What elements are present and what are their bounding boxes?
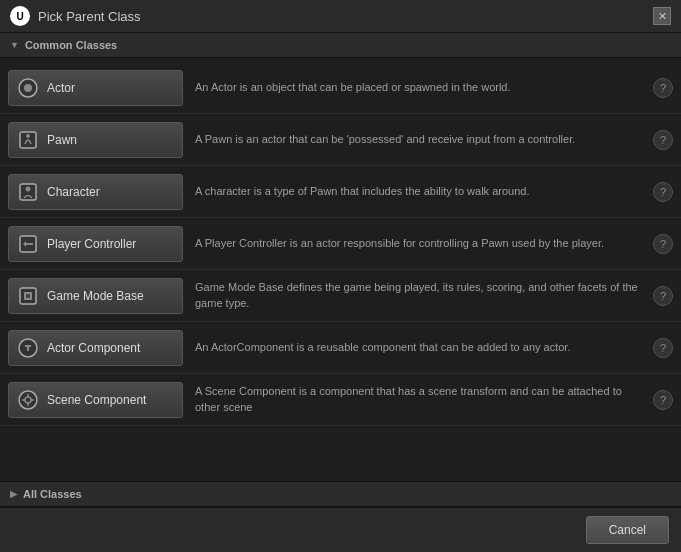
- dialog-title: Pick Parent Class: [38, 9, 141, 24]
- class-label-pawn: Pawn: [47, 133, 77, 147]
- class-button-game-mode-base[interactable]: Game Mode Base: [8, 278, 183, 314]
- class-label-player-controller: Player Controller: [47, 237, 136, 251]
- common-classes-label: Common Classes: [25, 39, 117, 51]
- class-button-actor[interactable]: Actor: [8, 70, 183, 106]
- class-button-scene-component[interactable]: Scene Component: [8, 382, 183, 418]
- help-icon-actor-component[interactable]: ?: [653, 338, 673, 358]
- class-label-character: Character: [47, 185, 100, 199]
- class-description-actor-component: An ActorComponent is a reusable componen…: [183, 340, 653, 355]
- class-label-actor-component: Actor Component: [47, 341, 140, 355]
- cancel-button[interactable]: Cancel: [586, 516, 669, 544]
- class-description-character: A character is a type of Pawn that inclu…: [183, 184, 653, 199]
- class-description-scene-component: A Scene Component is a component that ha…: [183, 384, 653, 415]
- class-description-player-controller: A Player Controller is an actor responsi…: [183, 236, 653, 251]
- help-icon-actor[interactable]: ?: [653, 78, 673, 98]
- class-description-pawn: A Pawn is an actor that can be 'possesse…: [183, 132, 653, 147]
- svg-point-5: [26, 186, 31, 191]
- class-button-actor-component[interactable]: Actor Component: [8, 330, 183, 366]
- class-row-scene-component: Scene Component A Scene Component is a c…: [0, 374, 681, 426]
- classes-list: Actor An Actor is an object that can be …: [0, 58, 681, 481]
- class-icon-character: [17, 181, 39, 203]
- class-row-player-controller: Player Controller A Player Controller is…: [0, 218, 681, 270]
- ue-logo: U: [10, 6, 30, 26]
- class-row-actor-component: Actor Component An ActorComponent is a r…: [0, 322, 681, 374]
- all-classes-label: All Classes: [23, 488, 82, 500]
- help-icon-game-mode-base[interactable]: ?: [653, 286, 673, 306]
- class-row-actor: Actor An Actor is an object that can be …: [0, 62, 681, 114]
- class-label-actor: Actor: [47, 81, 75, 95]
- main-content: ▼ Common Classes Actor An Actor is an ob…: [0, 33, 681, 507]
- close-button[interactable]: ✕: [653, 7, 671, 25]
- class-row-character: Character A character is a type of Pawn …: [0, 166, 681, 218]
- help-icon-scene-component[interactable]: ?: [653, 390, 673, 410]
- help-icon-character[interactable]: ?: [653, 182, 673, 202]
- class-icon-scenecomponent: [17, 389, 39, 411]
- class-label-game-mode-base: Game Mode Base: [47, 289, 144, 303]
- class-description-actor: An Actor is an object that can be placed…: [183, 80, 653, 95]
- svg-point-11: [19, 391, 37, 409]
- svg-point-1: [24, 84, 32, 92]
- all-classes-section[interactable]: ▶ All Classes: [0, 481, 681, 507]
- common-classes-arrow: ▼: [10, 40, 19, 50]
- common-classes-header: ▼ Common Classes: [0, 33, 681, 58]
- class-row-game-mode-base: Game Mode Base Game Mode Base defines th…: [0, 270, 681, 322]
- class-icon-playercontroller: [17, 233, 39, 255]
- title-bar-left: U Pick Parent Class: [10, 6, 141, 26]
- class-row-pawn: Pawn A Pawn is an actor that can be 'pos…: [0, 114, 681, 166]
- class-button-character[interactable]: Character: [8, 174, 183, 210]
- class-icon-actor: [17, 77, 39, 99]
- class-label-scene-component: Scene Component: [47, 393, 146, 407]
- help-icon-player-controller[interactable]: ?: [653, 234, 673, 254]
- help-icon-pawn[interactable]: ?: [653, 130, 673, 150]
- title-bar: U Pick Parent Class ✕: [0, 0, 681, 33]
- class-button-player-controller[interactable]: Player Controller: [8, 226, 183, 262]
- class-description-game-mode-base: Game Mode Base defines the game being pl…: [183, 280, 653, 311]
- class-icon-pawn: [17, 129, 39, 151]
- class-icon-gamemodebase: [17, 285, 39, 307]
- svg-rect-4: [20, 184, 36, 200]
- svg-rect-9: [26, 294, 30, 298]
- class-button-pawn[interactable]: Pawn: [8, 122, 183, 158]
- all-classes-arrow: ▶: [10, 489, 17, 499]
- footer: Cancel: [0, 507, 681, 552]
- class-icon-actorcomponent: [17, 337, 39, 359]
- svg-point-3: [26, 134, 30, 138]
